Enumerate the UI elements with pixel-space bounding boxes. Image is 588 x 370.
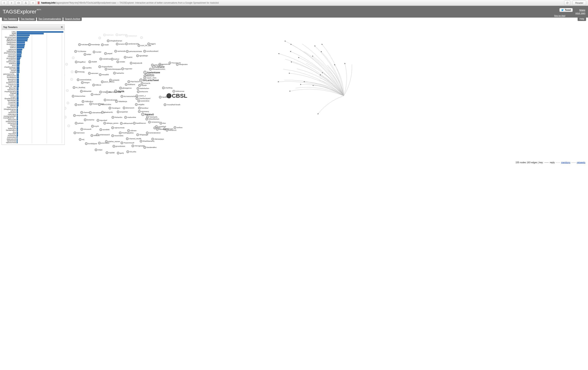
bar-row[interactable]: udaraau <box>2 105 63 106</box>
panel-header[interactable]: Top Tweeters ✕ <box>2 25 64 30</box>
back-button[interactable] <box>1 0 7 5</box>
bar-row[interactable]: Apelankawe <box>2 41 63 43</box>
graph-node[interactable]: NationNewspaper <box>105 68 121 70</box>
graph-node[interactable]: kishanv15 <box>166 129 177 131</box>
panel-body[interactable]: CBSLdigitlkNalakaGSriLankaTweetgihangamo… <box>2 30 64 145</box>
bar-row[interactable]: digitlk <box>2 33 63 34</box>
bar-row[interactable]: ahamednishadh <box>2 52 63 54</box>
graph-node[interactable]: maduonline <box>124 116 136 119</box>
graph-node[interactable]: kangon <box>81 81 90 84</box>
graph-node[interactable]: lerandawije <box>88 43 100 46</box>
reload-button[interactable] <box>564 0 570 5</box>
bar-row[interactable]: MalinthaSen <box>2 50 63 52</box>
bar-row[interactable]: basithharoon <box>2 82 63 84</box>
tab-top-hashtags[interactable]: Top Hashtags <box>19 17 36 21</box>
graph-node[interactable]: akwijeratne <box>176 63 188 66</box>
graph-node[interactable]: Afalloutboy <box>82 100 93 103</box>
graph-node[interactable]: unstats <box>116 60 125 63</box>
graph-node[interactable]: dailynationlk <box>130 62 142 64</box>
bar-row[interactable]: pahans <box>2 110 63 112</box>
bar-row[interactable]: kishanv15 <box>2 84 63 85</box>
bar-row[interactable]: dulithanw <box>2 62 63 64</box>
bar-row[interactable]: Sandamalkvc <box>2 130 63 131</box>
graph-node[interactable]: biggzio <box>147 42 156 45</box>
graph-node[interactable]: TharieHimself <box>121 141 134 144</box>
graph-node[interactable]: hashanfox <box>113 72 124 74</box>
bar-row[interactable]: AmanthaP <box>2 101 63 103</box>
graph-node[interactable]: wsj <box>79 138 84 141</box>
graph-node[interactable]: NipunikaF <box>97 119 107 122</box>
graph-node[interactable]: anujasha9 <box>117 110 128 113</box>
bar-row[interactable]: NipunikaF <box>2 133 63 135</box>
bar-row[interactable]: bundeljayse <box>2 77 63 79</box>
bar-row[interactable]: SriLankaTweet <box>2 36 63 38</box>
graph-node[interactable] <box>67 102 70 104</box>
bar-row[interactable]: SriLanka <box>2 68 63 70</box>
graph-node[interactable]: SueKiri <box>124 56 132 59</box>
bar-row[interactable]: gihangamos <box>2 38 63 40</box>
graph-node[interactable]: Mailmann <box>103 34 114 36</box>
graph-node[interactable]: dulithanw <box>125 83 135 86</box>
bar-row[interactable]: udithaumesh <box>2 40 63 41</box>
graph-node[interactable]: AnfasJM <box>91 93 100 96</box>
graph-node[interactable]: ahamednishadh <box>106 91 121 93</box>
graph-node[interactable]: Ahamed_Musfik <box>126 137 141 140</box>
bar-row[interactable]: Azeem_J <box>2 94 63 96</box>
graph-node[interactable] <box>65 63 68 66</box>
graph-node[interactable]: paypal <box>104 52 112 55</box>
graph-node[interactable]: YakaMeeya <box>115 100 127 103</box>
graph-node[interactable]: msgcenter <box>121 68 132 70</box>
graph-node[interactable]: thomas95410001 <box>149 68 165 70</box>
bar-row[interactable]: ipv10 <box>2 64 63 66</box>
address-bar[interactable]: hawksey.info/tagsexplorer/?key=tmj7rBm5v… <box>40 1 563 4</box>
graph-node[interactable]: KapilaB <box>105 151 115 154</box>
bar-row[interactable]: Dheighalizaman <box>2 108 63 110</box>
graph-node[interactable]: oneymarketlk1 <box>73 114 87 117</box>
bar-row[interactable]: dilshanMM <box>2 119 63 120</box>
bar-row[interactable]: kangon <box>2 96 63 98</box>
graph-node[interactable]: lotuschalets <box>111 134 123 137</box>
bar-row[interactable]: twtmemaybe <box>2 61 63 62</box>
graph-node[interactable]: AnuradhaKHerath <box>164 103 180 106</box>
graph-node[interactable]: Musathik <box>99 73 109 76</box>
graph-node[interactable]: ajcpk63 <box>74 103 84 106</box>
graph-node[interactable]: basithharoon <box>133 122 146 125</box>
bar-row[interactable]: tigredeltajin <box>2 100 63 101</box>
graph-node[interactable]: HMAIgewatta <box>131 145 145 147</box>
graph-node[interactable]: pahans <box>75 122 84 125</box>
graph-node[interactable]: MaatramSL <box>101 111 113 114</box>
graph-node[interactable]: InshafImam <box>99 58 111 60</box>
graph-canvas[interactable]: CBSLNalakaGSriLankaTweetApelankaweLishan… <box>0 21 588 165</box>
graph-node[interactable]: nishardnuh <box>126 35 137 37</box>
graph-node[interactable]: gigaPanso <box>116 33 127 36</box>
bar-row[interactable]: CBSL <box>2 31 63 33</box>
graph-node[interactable]: akeenan23 <box>123 107 134 109</box>
bar-row[interactable]: groundviews <box>2 57 63 59</box>
graph-node[interactable]: RamithaJ <box>138 107 148 110</box>
graph-node[interactable]: Rishard2u <box>111 116 122 119</box>
graph-node[interactable]: PlainTeaGirl <box>127 80 140 83</box>
graph-node[interactable]: jason_desilva <box>101 80 115 83</box>
bar-row[interactable]: yamunaoverse… <box>2 73 63 75</box>
graph-node[interactable]: PresRajapaksa <box>119 131 133 134</box>
bar-row[interactable]: ruzni_RF_faik <box>2 85 63 87</box>
graph-node[interactable]: CharithaJayasri <box>136 97 151 100</box>
bar-row[interactable]: Sa2a5i <box>2 70 63 71</box>
graph-node[interactable]: SMascrenhas <box>72 95 85 98</box>
graph-node[interactable]: sonofwoodward <box>143 50 158 52</box>
bar-row[interactable]: kdilhara <box>2 47 63 49</box>
bar-row[interactable]: CharithaJayasri <box>2 66 63 68</box>
bar-row[interactable]: Airnews1st <box>2 103 63 105</box>
graph-node[interactable]: TLCReview <box>74 50 86 53</box>
graph-node[interactable]: SriLanka <box>126 150 136 153</box>
graph-node[interactable]: Airnews1st <box>148 121 159 123</box>
bar-row[interactable]: lankacoins <box>2 128 63 129</box>
graph-node[interactable]: Shashikamanoj <box>140 140 154 142</box>
bar-row[interactable]: vajirasumeda <box>2 142 63 143</box>
graph-node[interactable]: N1R44 <box>111 58 119 60</box>
bar-row[interactable]: mjmmanoj <box>2 54 63 56</box>
make-your-own-link[interactable]: Make your own <box>575 9 585 15</box>
close-icon[interactable]: ✕ <box>61 25 63 29</box>
bar-row[interactable]: Shashikamanoj <box>2 98 63 100</box>
graph-node[interactable]: tigredeltajin <box>136 54 148 57</box>
